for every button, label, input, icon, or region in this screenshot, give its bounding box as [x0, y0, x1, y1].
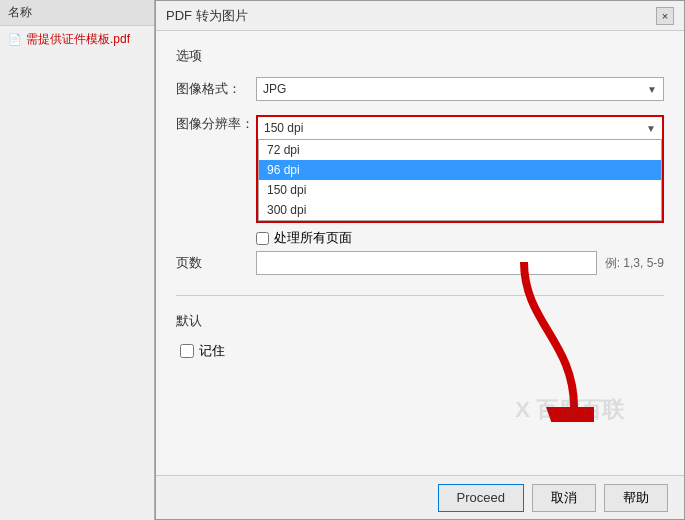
process-all-label: 处理所有页面: [274, 229, 352, 247]
image-format-label: 图像格式：: [176, 80, 256, 98]
file-list-title: 名称: [0, 0, 154, 26]
remember-checkbox[interactable]: [180, 344, 194, 358]
pdf-to-image-dialog: PDF 转为图片 × 选项 图像格式： JPG ▼ 图像分辨率： 150 dpi…: [155, 0, 685, 520]
resolution-value: 150 dpi: [264, 121, 303, 135]
resolution-row: 图像分辨率： 150 dpi ▼ 72 dpi 96 dpi 150 dpi 3…: [176, 115, 664, 223]
remember-label: 记住: [199, 342, 225, 360]
file-list-panel: 名称 📄 需提供证件模板.pdf: [0, 0, 155, 520]
pages-label: 页数: [176, 254, 256, 272]
dialog-title: PDF 转为图片: [166, 7, 248, 25]
pages-hint: 例: 1,3, 5-9: [605, 255, 664, 272]
image-format-dropdown[interactable]: JPG ▼: [256, 77, 664, 101]
watermark: X 百度百联: [515, 395, 624, 425]
resolution-option-96dpi[interactable]: 96 dpi: [259, 160, 661, 180]
image-format-value: JPG: [263, 82, 286, 96]
remember-row: 记住: [180, 342, 664, 360]
resolution-option-72dpi[interactable]: 72 dpi: [259, 140, 661, 160]
file-icon: 📄: [8, 33, 22, 46]
defaults-section: 默认 记住: [176, 295, 664, 360]
resolution-dropdown-trigger[interactable]: 150 dpi ▼: [256, 115, 664, 139]
title-bar: PDF 转为图片 ×: [156, 1, 684, 31]
cancel-button[interactable]: 取消: [532, 484, 596, 512]
dialog-footer: Proceed 取消 帮助: [156, 475, 684, 519]
resolution-option-150dpi[interactable]: 150 dpi: [259, 180, 661, 200]
resolution-dropdown[interactable]: 72 dpi 96 dpi 150 dpi 300 dpi: [256, 139, 664, 223]
file-item[interactable]: 📄 需提供证件模板.pdf: [0, 26, 154, 53]
resolution-label: 图像分辨率：: [176, 115, 256, 133]
process-all-checkbox[interactable]: [256, 232, 269, 245]
options-section-label: 选项: [176, 47, 664, 65]
image-format-row: 图像格式： JPG ▼: [176, 77, 664, 101]
image-format-arrow-icon: ▼: [647, 84, 657, 95]
dialog-body: 选项 图像格式： JPG ▼ 图像分辨率： 150 dpi ▼ 72 d: [156, 31, 684, 475]
pages-input[interactable]: [256, 251, 597, 275]
file-name: 需提供证件模板.pdf: [26, 31, 130, 48]
resolution-option-300dpi[interactable]: 300 dpi: [259, 200, 661, 220]
resolution-options-list: 72 dpi 96 dpi 150 dpi 300 dpi: [258, 139, 662, 221]
close-button[interactable]: ×: [656, 7, 674, 25]
defaults-label: 默认: [176, 312, 664, 330]
proceed-button[interactable]: Proceed: [438, 484, 524, 512]
process-all-row: 处理所有页面: [256, 229, 664, 247]
pages-row: 页数 例: 1,3, 5-9: [176, 251, 664, 275]
help-button[interactable]: 帮助: [604, 484, 668, 512]
resolution-arrow-icon: ▼: [646, 123, 656, 134]
